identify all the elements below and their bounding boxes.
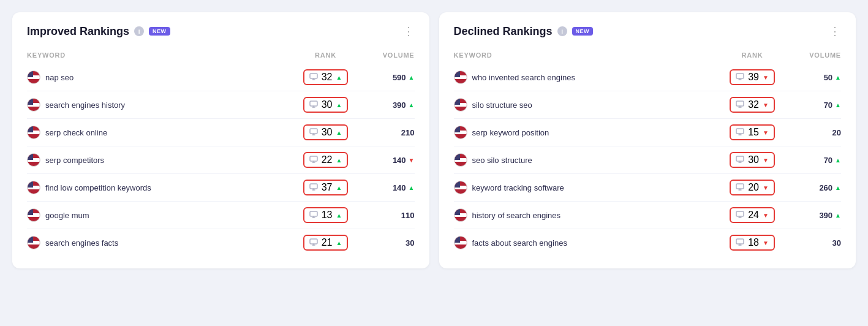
arrow-down-icon: ▼ bbox=[409, 157, 415, 164]
arrow-down-icon: ▼ bbox=[763, 102, 769, 108]
arrow-down-icon: ▼ bbox=[763, 74, 769, 81]
desktop-icon bbox=[736, 211, 744, 220]
arrow-down-icon: ▼ bbox=[763, 157, 769, 164]
rank-cell: 39 ▼ bbox=[719, 69, 786, 85]
improved-more-icon[interactable]: ⋮ bbox=[403, 25, 415, 38]
volume-cell: 30 bbox=[360, 238, 415, 248]
keyword-text: keyword tracking software bbox=[472, 183, 564, 192]
keyword-text: facts about search engines bbox=[472, 238, 567, 248]
rank-box: 21 ▲ bbox=[303, 235, 349, 251]
volume-value: 140 bbox=[393, 183, 406, 192]
improved-rows: nap seo 32 ▲ 590 ▲ bbox=[27, 64, 415, 256]
arrow-down-icon: ▼ bbox=[763, 184, 769, 191]
improved-col-keyword: KEYWORD bbox=[27, 51, 292, 59]
desktop-icon bbox=[309, 156, 318, 165]
volume-cell: 390 ▲ bbox=[360, 100, 415, 110]
improved-info-icon[interactable]: i bbox=[134, 26, 144, 36]
keyword-cell: google mum bbox=[27, 208, 292, 222]
rank-cell: 21 ▲ bbox=[292, 235, 360, 251]
arrow-up-icon: ▲ bbox=[409, 184, 415, 191]
rank-box: 30 ▲ bbox=[303, 124, 349, 140]
volume-cell: 590 ▲ bbox=[360, 73, 415, 82]
flag-us-icon bbox=[27, 153, 40, 167]
declined-new-badge: NEW bbox=[572, 27, 594, 36]
declined-rankings-panel: Declined Rankings i NEW ⋮ KEYWORD RANK V… bbox=[439, 12, 856, 268]
table-row: search engines history 30 ▲ 390 ▲ bbox=[27, 91, 415, 119]
keyword-text: history of search engines bbox=[472, 211, 561, 220]
desktop-icon bbox=[309, 100, 318, 110]
arrow-down-icon: ▼ bbox=[763, 129, 769, 136]
volume-value: 70 bbox=[824, 156, 832, 165]
rank-value: 30 bbox=[322, 99, 333, 110]
rank-box: 32 ▲ bbox=[303, 69, 349, 85]
table-row: serp keyword position 15 ▼ 20 bbox=[454, 119, 842, 146]
rank-value: 21 bbox=[322, 237, 333, 248]
declined-col-keyword: KEYWORD bbox=[454, 51, 719, 59]
svg-rect-7 bbox=[736, 74, 744, 78]
desktop-icon bbox=[309, 211, 318, 220]
rank-value: 15 bbox=[748, 127, 759, 138]
rank-value: 30 bbox=[322, 127, 333, 138]
improved-table-header: KEYWORD RANK VOLUME bbox=[27, 49, 415, 64]
svg-rect-11 bbox=[736, 184, 744, 189]
rank-cell: 30 ▲ bbox=[292, 124, 360, 140]
rank-cell: 37 ▲ bbox=[292, 180, 360, 195]
svg-rect-0 bbox=[310, 74, 317, 78]
arrow-down-icon: ▼ bbox=[763, 240, 769, 246]
volume-cell: 390 ▲ bbox=[786, 211, 841, 220]
arrow-up-icon: ▲ bbox=[835, 102, 841, 108]
keyword-text: search engines facts bbox=[45, 238, 118, 248]
improved-new-badge: NEW bbox=[149, 27, 170, 36]
keyword-cell: search engines facts bbox=[27, 236, 292, 249]
volume-cell: 20 bbox=[786, 128, 841, 137]
keyword-cell: facts about search engines bbox=[454, 236, 719, 249]
keyword-text: google mum bbox=[45, 211, 89, 220]
arrow-up-icon: ▲ bbox=[336, 184, 342, 191]
keyword-text: search engines history bbox=[45, 100, 125, 110]
table-row: history of search engines 24 ▼ 390 ▲ bbox=[454, 202, 842, 229]
declined-panel-header: Declined Rankings i NEW ⋮ bbox=[454, 25, 842, 38]
desktop-icon bbox=[309, 128, 318, 137]
keyword-text: find low competition keywords bbox=[45, 183, 151, 192]
arrow-up-icon: ▲ bbox=[835, 157, 841, 164]
keyword-cell: serp competitors bbox=[27, 153, 292, 167]
rank-box: 24 ▼ bbox=[730, 207, 775, 223]
rank-box: 22 ▲ bbox=[303, 152, 349, 168]
desktop-icon bbox=[736, 183, 744, 192]
improved-title: Improved Rankings bbox=[27, 25, 129, 38]
improved-title-group: Improved Rankings i NEW bbox=[27, 25, 170, 38]
rank-cell: 30 ▼ bbox=[719, 152, 786, 168]
table-row: keyword tracking software 20 ▼ 260 ▲ bbox=[454, 174, 842, 202]
volume-cell: 110 bbox=[360, 211, 415, 220]
volume-value: 140 bbox=[393, 156, 406, 165]
flag-us-icon bbox=[27, 236, 40, 249]
rank-value: 22 bbox=[322, 154, 333, 165]
arrow-up-icon: ▲ bbox=[336, 212, 342, 219]
declined-col-rank: RANK bbox=[719, 51, 786, 59]
keyword-text: serp check online bbox=[45, 128, 107, 137]
rank-cell: 22 ▲ bbox=[292, 152, 360, 168]
rank-cell: 13 ▲ bbox=[292, 207, 360, 223]
keyword-cell: search engines history bbox=[27, 98, 292, 112]
volume-cell: 70 ▲ bbox=[786, 156, 841, 165]
arrow-up-icon: ▲ bbox=[336, 102, 342, 108]
panels-container: Improved Rankings i NEW ⋮ KEYWORD RANK V… bbox=[12, 12, 856, 268]
rank-box: 32 ▼ bbox=[730, 97, 775, 113]
volume-value: 30 bbox=[406, 238, 414, 248]
arrow-up-icon: ▲ bbox=[835, 184, 841, 191]
svg-rect-9 bbox=[736, 129, 744, 134]
declined-table-header: KEYWORD RANK VOLUME bbox=[454, 49, 842, 64]
arrow-up-icon: ▲ bbox=[835, 74, 841, 81]
keyword-cell: history of search engines bbox=[454, 208, 719, 222]
declined-info-icon[interactable]: i bbox=[557, 26, 567, 36]
declined-more-icon[interactable]: ⋮ bbox=[829, 25, 841, 38]
volume-value: 260 bbox=[819, 183, 832, 192]
declined-rows: who invented search engines 39 ▼ 50 ▲ bbox=[454, 64, 842, 256]
improved-rankings-panel: Improved Rankings i NEW ⋮ KEYWORD RANK V… bbox=[12, 12, 429, 268]
flag-us-icon bbox=[454, 98, 467, 112]
arrow-up-icon: ▲ bbox=[336, 240, 342, 246]
declined-col-volume: VOLUME bbox=[786, 51, 841, 59]
keyword-text: who invented search engines bbox=[472, 73, 575, 82]
table-row: seo silo structure 30 ▼ 70 ▲ bbox=[454, 146, 842, 174]
volume-value: 70 bbox=[824, 100, 832, 110]
